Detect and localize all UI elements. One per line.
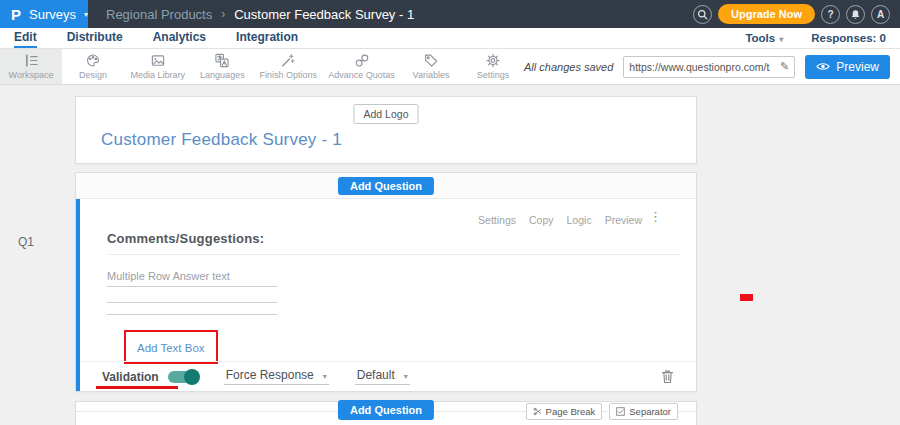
help-icon: ? [827, 9, 833, 20]
search-button[interactable] [693, 5, 712, 24]
scissors-icon [533, 407, 542, 416]
toolbar-tab-workspace[interactable]: Workspace [0, 49, 62, 84]
toolbar-tab-label: Media Library [130, 70, 185, 80]
tools-dropdown[interactable]: Tools▾ [745, 32, 783, 44]
validation-annotation-underline [96, 386, 178, 389]
preview-button-label: Preview [836, 60, 879, 74]
questionpro-logo: P [11, 6, 21, 23]
question-preview-link[interactable]: Preview [605, 214, 642, 226]
toolbar-tab-settings[interactable]: Settings [462, 49, 524, 84]
toolbar-tab-label: Advance Quotas [328, 70, 395, 80]
toolbar-tab-label: Workspace [9, 70, 54, 80]
red-dash-annotation [740, 294, 753, 301]
breadcrumb-folder[interactable]: Regional Products [106, 7, 212, 22]
topbar-actions: Upgrade Now ? A [693, 4, 900, 24]
question-footer: Validation Force Response ▾ Default ▾ [80, 361, 696, 391]
help-button[interactable]: ? [821, 5, 840, 24]
force-response-dropdown[interactable]: Force Response ▾ [224, 368, 329, 385]
toolbar-tab-media-library[interactable]: Media Library [124, 49, 191, 84]
upgrade-now-button[interactable]: Upgrade Now [718, 4, 815, 24]
checked-box-icon [616, 407, 625, 416]
page-break-separator-group: Page Break Separator [526, 403, 678, 420]
add-logo-button[interactable]: Add Logo [354, 104, 419, 124]
search-icon [697, 9, 708, 20]
breadcrumb-survey-name: Customer Feedback Survey - 1 [234, 7, 414, 22]
toolbar-tab-finish-options[interactable]: Finish Options [253, 49, 323, 84]
toolbar-tab-variables[interactable]: Variables [400, 49, 462, 84]
next-section-card: Add Question Page Break Separator [75, 401, 697, 425]
product-name: Surveys [29, 7, 76, 22]
responses-count-link[interactable]: Responses: 0 [811, 32, 886, 44]
question-logic-link[interactable]: Logic [567, 214, 592, 226]
toolbar-tab-advance-quotas[interactable]: Advance Quotas [323, 49, 400, 84]
breadcrumb-chevron-icon: › [221, 7, 225, 21]
survey-url-box: ✎ [623, 56, 795, 78]
toolbar-tab-languages[interactable]: Languages [191, 49, 253, 84]
toolbar-tab-label: Variables [413, 70, 450, 80]
survey-title[interactable]: Customer Feedback Survey - 1 [101, 130, 342, 150]
account-avatar[interactable]: A [871, 5, 890, 24]
chevron-down-icon: ▾ [84, 10, 88, 19]
question-copy-link[interactable]: Copy [529, 214, 554, 226]
separator-button[interactable]: Separator [609, 403, 678, 420]
preview-button[interactable]: Preview [805, 55, 890, 79]
tab-analytics-label: Analytics [153, 30, 206, 44]
add-logo-label: Add Logo [364, 108, 409, 120]
force-response-label: Force Response [226, 368, 314, 382]
add-question-label: Add Question [350, 180, 422, 192]
validation-type-label: Default [357, 368, 395, 382]
surveys-product-switcher[interactable]: P Surveys ▾ [0, 0, 88, 28]
toolbar-tab-label: Settings [477, 70, 510, 80]
finish-options-wand-icon [280, 53, 296, 68]
validation-toggle[interactable] [168, 371, 198, 383]
media-library-icon [150, 53, 166, 68]
tab-analytics[interactable]: Analytics [153, 28, 206, 48]
add-question-button-bottom[interactable]: Add Question [338, 400, 434, 420]
survey-header-card: Add Logo Customer Feedback Survey - 1 [75, 96, 697, 164]
trash-icon [661, 369, 674, 384]
validation-toggle-knob [184, 369, 200, 385]
chevron-down-icon: ▾ [323, 372, 327, 381]
question-settings-link[interactable]: Settings [478, 214, 516, 226]
bell-icon [850, 9, 861, 20]
validation-type-dropdown[interactable]: Default ▾ [355, 368, 410, 385]
add-text-box-annotation-box: Add Text Box [124, 330, 218, 364]
toolbar-tab-design[interactable]: Design [62, 49, 124, 84]
survey-menu-bar: Edit Distribute Analytics Integration To… [0, 28, 900, 49]
chevron-down-icon: ▾ [779, 35, 783, 44]
more-options-icon[interactable]: ⋮ [649, 210, 662, 223]
chevron-down-icon: ▾ [404, 372, 408, 381]
edit-url-pencil-icon[interactable]: ✎ [775, 60, 794, 73]
question-block: Settings Copy Logic Preview ⋮ Comments/S… [76, 199, 696, 391]
tab-distribute-label: Distribute [67, 30, 123, 44]
top-bar: P Surveys ▾ Regional Products › Customer… [0, 0, 900, 28]
separator-label: Separator [629, 406, 671, 417]
edit-toolbar: Workspace Design Media Library Languages… [0, 49, 900, 85]
advance-quotas-links-icon [354, 53, 370, 68]
tab-edit[interactable]: Edit [14, 28, 37, 48]
add-question-button-top[interactable]: Add Question [338, 177, 434, 195]
question-number-label: Q1 [18, 235, 34, 249]
add-text-box-link[interactable]: Add Text Box [137, 342, 205, 354]
upgrade-now-label: Upgrade Now [731, 8, 802, 20]
answer-row-placeholder: Multiple Row Answer text [107, 270, 277, 287]
languages-icon [214, 53, 230, 68]
page-break-label: Page Break [546, 406, 596, 417]
toolbar-tab-label: Design [79, 70, 107, 80]
notifications-button[interactable] [846, 5, 865, 24]
page-break-button[interactable]: Page Break [526, 403, 603, 420]
delete-question-button[interactable] [661, 369, 674, 384]
tab-integration[interactable]: Integration [236, 28, 298, 48]
toolbar-right: All changes saved ✎ Preview [524, 49, 900, 84]
add-question-label: Add Question [350, 404, 422, 416]
breadcrumb: Regional Products › Customer Feedback Su… [106, 7, 414, 22]
toolbar-tab-label: Languages [200, 70, 245, 80]
question-text[interactable]: Comments/Suggestions: [107, 231, 264, 246]
workspace-icon [23, 53, 40, 68]
question-divider [107, 254, 680, 255]
tools-label: Tools [745, 32, 775, 44]
survey-url-input[interactable] [624, 61, 775, 73]
tab-distribute[interactable]: Distribute [67, 28, 123, 48]
answer-row [107, 291, 277, 303]
settings-gear-icon [485, 53, 501, 68]
